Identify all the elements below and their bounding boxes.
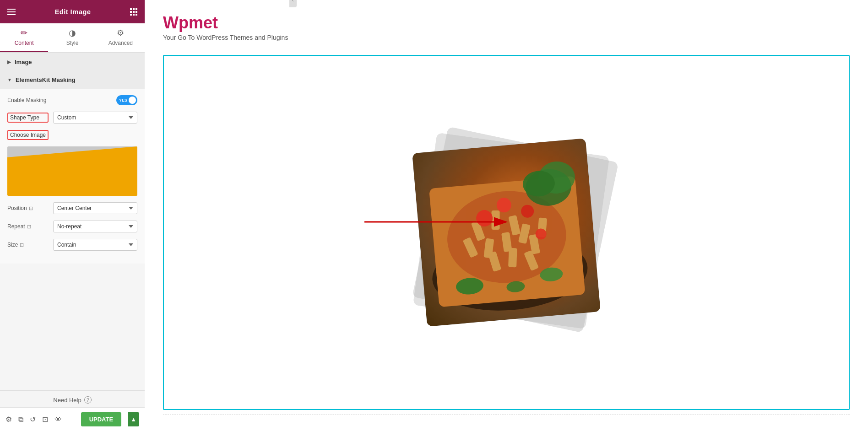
- tab-content[interactable]: ✏ Content: [0, 23, 48, 52]
- eye-icon[interactable]: 👁: [54, 415, 62, 424]
- panel-header: Edit Image: [0, 0, 145, 23]
- image-preview-box: [7, 146, 137, 196]
- tab-advanced-label: Advanced: [108, 40, 133, 46]
- masking-section-arrow: ▼: [7, 77, 12, 82]
- position-label: Position ⊡: [7, 205, 49, 211]
- style-icon: ◑: [69, 28, 76, 38]
- enable-masking-row: Enable Masking YES: [7, 95, 137, 105]
- food-illustration: [412, 138, 601, 327]
- image-section-header[interactable]: ▶ Image: [0, 53, 145, 71]
- toggle-switch[interactable]: YES: [116, 95, 137, 105]
- advanced-icon: ⚙: [117, 28, 124, 38]
- food-card-stack: [419, 145, 593, 319]
- layers-icon[interactable]: ⧉: [18, 415, 23, 424]
- masking-section-content: Enable Masking YES Shape Type Custom Cir…: [0, 89, 145, 264]
- panel-footer: Need Help ?: [0, 390, 145, 407]
- update-button[interactable]: UPDATE: [81, 412, 121, 426]
- size-monitor-icon: ⊡: [20, 242, 24, 248]
- enable-masking-toggle[interactable]: YES: [116, 95, 137, 105]
- size-label: Size ⊡: [7, 242, 49, 248]
- panel-tabs: ✏ Content ◑ Style ⚙ Advanced: [0, 23, 145, 53]
- size-row: Size ⊡ Contain Cover Auto: [7, 239, 137, 251]
- repeat-monitor-icon: ⊡: [27, 224, 31, 230]
- choose-image-row: Choose Image: [7, 130, 137, 140]
- image-section-arrow: ▶: [7, 59, 11, 65]
- toggle-knob: [129, 97, 136, 104]
- update-arrow-button[interactable]: ▲: [128, 412, 139, 426]
- tab-advanced[interactable]: ⚙ Advanced: [97, 23, 145, 52]
- need-help-text: Need Help: [53, 397, 81, 404]
- site-subtitle: Your Go To WordPress Themes and Plugins: [163, 34, 850, 41]
- responsive-icon[interactable]: ⊡: [42, 415, 48, 424]
- left-panel: Edit Image ✏ Content ◑ Style ⚙ Advanced …: [0, 0, 145, 431]
- masking-section-label: ElementsKit Masking: [16, 76, 76, 83]
- repeat-select[interactable]: No-repeat Repeat Repeat-x Repeat-y: [53, 221, 137, 232]
- help-icon[interactable]: ?: [84, 396, 92, 404]
- main-bottom-divider: [163, 415, 850, 417]
- toggle-yes-label: YES: [119, 98, 127, 102]
- repeat-label: Repeat ⊡: [7, 223, 49, 230]
- image-section-label: Image: [15, 59, 32, 65]
- choose-image-label[interactable]: Choose Image: [7, 130, 49, 140]
- svg-rect-14: [508, 248, 517, 267]
- panel-title: Edit Image: [55, 8, 91, 16]
- bottom-toolbar: ⚙ ⧉ ↺ ⊡ 👁 UPDATE ▲: [0, 407, 145, 431]
- main-area: Wpmet Your Go To WordPress Themes and Pl…: [145, 0, 868, 431]
- hamburger-icon[interactable]: [7, 9, 16, 15]
- position-select[interactable]: Center Center Top Left Top Center Top Ri…: [53, 202, 137, 214]
- repeat-row: Repeat ⊡ No-repeat Repeat Repeat-x Repea…: [7, 221, 137, 232]
- canvas-area: [163, 55, 850, 410]
- tab-style-label: Style: [66, 40, 79, 46]
- food-card-main: [412, 138, 601, 327]
- need-help[interactable]: Need Help ?: [53, 396, 91, 404]
- position-row: Position ⊡ Center Center Top Left Top Ce…: [7, 202, 137, 214]
- position-monitor-icon: ⊡: [29, 205, 33, 211]
- tab-style[interactable]: ◑ Style: [48, 23, 96, 52]
- food-svg: [412, 138, 601, 327]
- size-select[interactable]: Contain Cover Auto: [53, 239, 137, 251]
- content-icon: ✏: [21, 28, 27, 38]
- panel-body: ▶ Image ▼ ElementsKit Masking Enable Mas…: [0, 53, 145, 390]
- grid-icon[interactable]: [130, 8, 137, 16]
- settings-icon[interactable]: ⚙: [5, 415, 12, 424]
- enable-masking-label: Enable Masking: [7, 97, 49, 103]
- history-icon[interactable]: ↺: [30, 415, 36, 424]
- site-title: Wpmet: [163, 14, 850, 32]
- masking-section-header[interactable]: ▼ ElementsKit Masking: [0, 71, 145, 89]
- svg-rect-5: [492, 210, 500, 230]
- shape-type-row: Shape Type Custom Circle Diamond Triangl…: [7, 112, 137, 124]
- shape-type-select[interactable]: Custom Circle Diamond Triangle Star: [53, 112, 137, 124]
- panel-collapse-arrow[interactable]: ‹: [289, 0, 297, 7]
- shape-type-label: Shape Type: [7, 113, 49, 123]
- tab-content-label: Content: [15, 40, 34, 46]
